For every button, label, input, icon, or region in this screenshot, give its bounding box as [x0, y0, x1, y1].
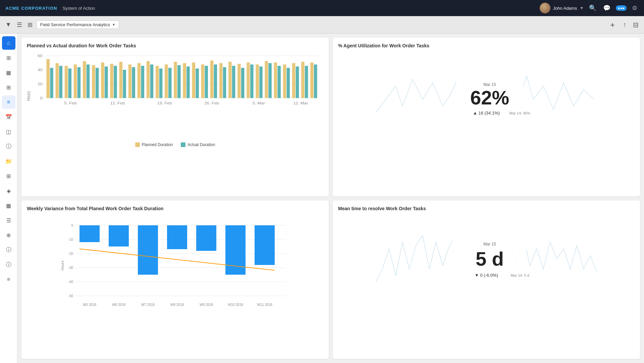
svg-rect-55: [256, 64, 259, 98]
legend-planned-color: [135, 142, 140, 147]
chart4-title: Mean time to resolve Work Order Tasks: [338, 206, 635, 211]
sidebar-item-folder[interactable]: 📁: [2, 154, 15, 168]
main-layout: ⌂ ⊞ ▦ ⊞ ≡ 📅 ◫ ⓘ 📁 ⊞ ◈ ▦ ☰ ⊕ ⓘ ⓘ ≡ Planne…: [0, 34, 644, 363]
svg-rect-59: [274, 62, 277, 98]
toolbar: ▼ ☰ ⊞ Field Service Performance Analytic…: [0, 16, 644, 34]
svg-text:62%: 62%: [470, 87, 509, 108]
svg-text:Mar 14: 5 d: Mar 14: 5 d: [511, 273, 529, 277]
legend-actual: Actual Duration: [181, 142, 215, 147]
svg-text:-10: -10: [68, 238, 73, 241]
svg-rect-38: [177, 65, 180, 98]
svg-text:-20: -20: [68, 252, 73, 256]
svg-rect-93: [79, 225, 100, 242]
svg-text:W8 2018: W8 2018: [170, 303, 184, 307]
legend-planned-label: Planned Duration: [142, 142, 173, 147]
sidebar-item-home[interactable]: ⌂: [2, 36, 15, 50]
svg-rect-25: [119, 62, 122, 98]
svg-rect-40: [186, 66, 190, 98]
user-dropdown-icon[interactable]: ▼: [580, 6, 584, 10]
svg-rect-94: [109, 225, 129, 246]
settings-icon[interactable]: ⚙: [631, 3, 639, 13]
svg-text:W6 2018: W6 2018: [112, 303, 125, 307]
sidebar-item-grid3[interactable]: ⊞: [2, 81, 15, 94]
avatar[interactable]: [540, 3, 550, 13]
sidebar-item-grid2[interactable]: ▦: [2, 66, 15, 79]
svg-text:0: 0: [71, 224, 73, 227]
legend-planned: Planned Duration: [135, 142, 173, 147]
svg-rect-66: [305, 66, 308, 98]
notification-badge[interactable]: ●●●: [616, 5, 627, 11]
svg-rect-32: [150, 64, 153, 98]
filter-sliders-icon[interactable]: ⊟: [632, 19, 640, 30]
chart4-svg: Mar 15 5 d ▼ 0 (-6.0%) Mar 14: 5 d: [338, 215, 635, 309]
svg-text:▲ 16 (34.1%): ▲ 16 (34.1%): [473, 110, 500, 116]
svg-rect-45: [210, 60, 213, 98]
svg-rect-67: [310, 62, 313, 98]
chart-mean-time: Mean time to resolve Work Order Tasks Ma…: [333, 200, 640, 359]
chat-icon[interactable]: 💬: [602, 3, 612, 13]
svg-rect-27: [128, 64, 131, 98]
svg-text:W5 2018: W5 2018: [83, 303, 96, 307]
svg-rect-13: [65, 66, 68, 98]
user-name: John Adams: [553, 6, 577, 11]
share-icon[interactable]: ↑: [622, 19, 628, 30]
sidebar-item-diamond[interactable]: ◈: [2, 184, 15, 197]
dropdown-arrow-icon: ▼: [112, 23, 115, 27]
svg-text:-40: -40: [68, 280, 73, 284]
svg-rect-56: [259, 66, 262, 98]
svg-rect-61: [283, 64, 286, 98]
sidebar-item-info3[interactable]: ⓘ: [2, 243, 15, 257]
svg-text:-50: -50: [68, 294, 73, 298]
user-info: John Adams ▼: [540, 3, 584, 13]
svg-text:19. Feb: 19. Feb: [157, 101, 172, 105]
svg-rect-33: [156, 66, 159, 98]
main-content: Planned vs Actual duration for Work Orde…: [17, 34, 644, 363]
svg-rect-50: [232, 66, 235, 98]
chart1-title: Planned vs Actual duration for Work Orde…: [27, 43, 323, 48]
sidebar-item-grid1[interactable]: ⊞: [2, 51, 15, 64]
svg-rect-30: [141, 66, 144, 98]
svg-text:20: 20: [38, 82, 42, 86]
svg-rect-47: [219, 63, 222, 98]
svg-text:5 d: 5 d: [476, 248, 504, 270]
svg-text:0: 0: [40, 96, 43, 100]
svg-rect-44: [205, 66, 208, 98]
svg-text:W9 2018: W9 2018: [200, 303, 213, 307]
sidebar-item-layers[interactable]: ◫: [2, 125, 15, 138]
svg-rect-35: [165, 64, 168, 98]
chart3-title: Weekly Variance from Total Planed Work O…: [27, 206, 323, 211]
svg-rect-17: [83, 61, 86, 98]
sidebar-item-list3[interactable]: ≡: [2, 273, 15, 286]
svg-text:Mar 15: Mar 15: [483, 242, 496, 246]
search-icon[interactable]: 🔍: [588, 3, 598, 13]
sidebar-item-grid5[interactable]: ▦: [2, 199, 15, 212]
sidebar-item-list2[interactable]: ☰: [2, 214, 15, 227]
svg-text:60: 60: [38, 54, 42, 57]
sidebar-item-grid4[interactable]: ⊞: [2, 169, 15, 183]
svg-text:Mar 14: 46%: Mar 14: 46%: [509, 111, 531, 115]
svg-rect-49: [228, 62, 231, 98]
svg-text:W11 2018: W11 2018: [257, 303, 272, 307]
sidebar-item-info4[interactable]: ⓘ: [2, 258, 15, 271]
svg-text:40: 40: [38, 68, 42, 72]
svg-rect-29: [138, 63, 141, 98]
svg-rect-60: [277, 66, 280, 98]
sidebar-item-calendar[interactable]: 📅: [2, 110, 15, 124]
chart-utilization: % Agent Utilization for Work Order Tasks…: [333, 38, 640, 196]
add-icon[interactable]: ＋: [607, 18, 618, 31]
sidebar-item-info2[interactable]: ⊕: [2, 228, 15, 242]
sidebar-item-list1[interactable]: ≡: [2, 95, 15, 109]
grid-view-icon[interactable]: ⊞: [26, 20, 34, 30]
sidebar: ⌂ ⊞ ▦ ⊞ ≡ 📅 ◫ ⓘ 📁 ⊞ ◈ ▦ ☰ ⊕ ⓘ ⓘ ≡: [0, 34, 17, 363]
svg-text:Hours: Hours: [60, 260, 64, 270]
svg-rect-63: [292, 63, 295, 98]
menu-icon[interactable]: ☰: [15, 20, 23, 30]
svg-rect-41: [192, 62, 195, 98]
dashboard-dropdown[interactable]: Field Service Performance Analytics ▼: [37, 20, 119, 29]
sidebar-item-circle-info[interactable]: ⓘ: [2, 140, 15, 153]
svg-text:W10 2018: W10 2018: [228, 303, 243, 307]
svg-rect-15: [74, 64, 77, 98]
svg-rect-95: [138, 225, 158, 275]
filter-icon[interactable]: ▼: [4, 20, 13, 30]
svg-rect-10: [50, 68, 53, 98]
